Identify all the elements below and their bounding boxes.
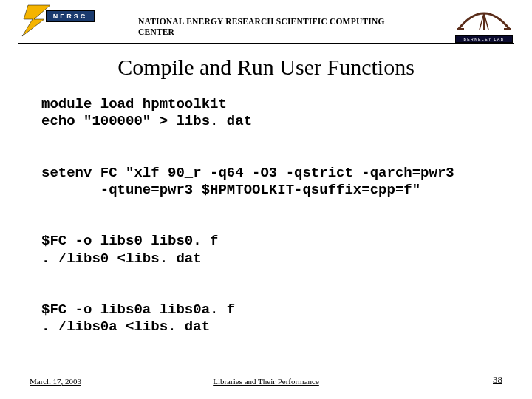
lightning-icon: [21, 4, 58, 37]
slide: NERSC NATIONAL ENERGY RESEARCH SCIENTIFI…: [0, 0, 532, 399]
org-name: NATIONAL ENERGY RESEARCH SCIENTIFIC COMP…: [138, 16, 385, 38]
svg-rect-1: [457, 28, 464, 30]
lab-arch-icon: [455, 6, 513, 31]
code-block: module load hpmtoolkit echo "100000" > l…: [41, 96, 491, 335]
slide-title: Compile and Run User Functions: [0, 55, 532, 80]
org-line-2: CENTER: [138, 27, 174, 36]
svg-marker-0: [22, 5, 50, 36]
lab-label: BERKELEY LAB: [463, 36, 504, 43]
berkeley-lab-logo: BERKELEY LAB: [455, 6, 513, 41]
org-line-1: NATIONAL ENERGY RESEARCH SCIENTIFIC COMP…: [138, 17, 385, 26]
nersc-logo: NERSC: [21, 6, 96, 35]
footer: March 17, 2003 Libraries and Their Perfo…: [0, 371, 532, 386]
header: NERSC NATIONAL ENERGY RESEARCH SCIENTIFI…: [0, 0, 532, 44]
header-divider: [18, 43, 514, 44]
page-number: 38: [493, 374, 502, 386]
svg-rect-2: [504, 28, 511, 30]
footer-caption: Libraries and Their Performance: [0, 377, 532, 386]
